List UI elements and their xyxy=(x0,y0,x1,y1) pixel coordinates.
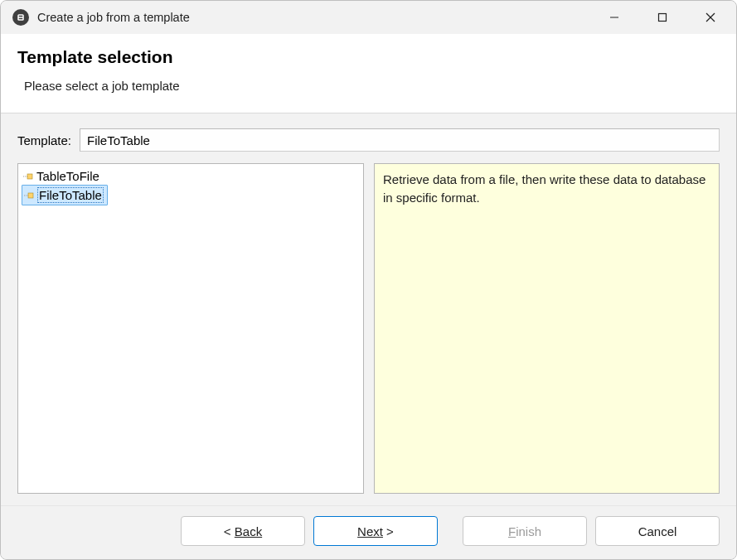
svg-rect-4 xyxy=(659,14,667,22)
tree-item-label: FileToTable xyxy=(37,187,104,203)
dialog-window: Create a job from a template Template se… xyxy=(0,0,737,560)
button-bar: < Back Next > Finish Cancel xyxy=(1,505,736,559)
template-input[interactable] xyxy=(80,128,720,152)
svg-rect-2 xyxy=(19,18,23,20)
close-button[interactable] xyxy=(686,1,735,34)
tree-item-filetotable[interactable]: FileToTable xyxy=(22,185,108,205)
svg-rect-8 xyxy=(27,174,32,179)
app-icon xyxy=(12,9,29,26)
next-button[interactable]: Next > xyxy=(313,516,438,546)
body-pane: Template: TableToFile FileT xyxy=(1,113,736,505)
page-subtitle: Please select a job template xyxy=(24,79,720,93)
tree-item-tabletofile[interactable]: TableToFile xyxy=(22,167,181,185)
header-pane: Template selection Please select a job t… xyxy=(1,34,736,113)
minimize-button[interactable] xyxy=(590,1,638,34)
page-title: Template selection xyxy=(17,47,720,67)
maximize-button[interactable] xyxy=(638,1,686,34)
template-label: Template: xyxy=(17,133,71,147)
finish-button: Finish xyxy=(463,516,587,546)
tree-expand-icon xyxy=(24,190,36,201)
template-split: TableToFile FileToTable Retrieve data fr… xyxy=(17,163,720,494)
titlebar: Create a job from a template xyxy=(1,1,736,34)
cancel-button[interactable]: Cancel xyxy=(595,516,720,546)
template-row: Template: xyxy=(17,128,720,152)
template-description: Retrieve data from a file, then write th… xyxy=(374,163,720,494)
window-title: Create a job from a template xyxy=(37,11,190,24)
svg-rect-0 xyxy=(17,14,24,21)
template-tree[interactable]: TableToFile FileToTable xyxy=(17,163,364,494)
svg-rect-1 xyxy=(19,16,23,17)
back-button[interactable]: < Back xyxy=(181,516,305,546)
svg-rect-10 xyxy=(28,193,33,198)
tree-expand-icon xyxy=(23,171,35,182)
tree-item-label: TableToFile xyxy=(36,169,99,183)
